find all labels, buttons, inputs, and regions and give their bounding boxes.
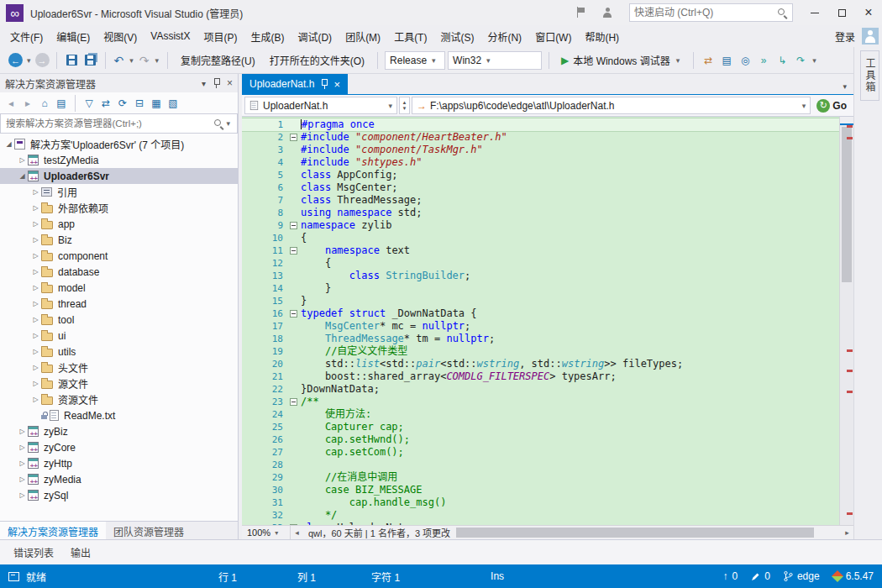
close-button[interactable]: × <box>855 0 882 25</box>
collapsed-arrow-icon[interactable]: ▷ <box>30 332 41 339</box>
tab-solution-explorer[interactable]: 解决方案资源管理器 <box>0 522 106 539</box>
solution-explorer-sync-icon[interactable]: ⇄ <box>701 53 716 68</box>
show-all-files-icon[interactable]: ▦ <box>149 96 164 111</box>
tree-item[interactable]: ▷zyHttp <box>0 455 238 471</box>
collapsed-arrow-icon[interactable]: ▷ <box>30 252 41 260</box>
pending-changes-filter-icon[interactable]: ▽ <box>81 96 97 111</box>
menu-item-12[interactable]: 帮助(H) <box>578 26 626 47</box>
code-line[interactable]: 7class ThreadMessage; <box>242 194 839 207</box>
collapse-all-icon[interactable]: ⊟ <box>132 96 147 111</box>
search-icon[interactable] <box>777 8 788 18</box>
menu-item-4[interactable]: 项目(P) <box>197 26 244 47</box>
code-line[interactable]: 22}DownNatData; <box>242 383 839 396</box>
tree-item[interactable]: ▷database <box>0 264 238 280</box>
navigate-back-icon[interactable]: ← <box>8 53 23 67</box>
code-line[interactable]: 19 //自定义文件类型 <box>242 345 839 358</box>
copy-full-path-button[interactable]: 复制完整路径(U) <box>175 50 261 71</box>
panel-header[interactable]: 解决方案资源管理器 ▾ × <box>0 74 238 92</box>
menu-item-3[interactable]: VAssistX <box>144 27 197 45</box>
collapsed-arrow-icon[interactable]: ▷ <box>30 268 41 276</box>
navigate-back-dropdown-icon[interactable]: ▾ <box>25 56 33 65</box>
tree-item[interactable]: ◢解决方案'Uploader6Svr' (7 个项目) <box>0 136 238 152</box>
tree-item[interactable]: ▷tool <box>0 312 238 328</box>
expanded-arrow-icon[interactable]: ◢ <box>17 172 28 180</box>
vassistx-status[interactable]: 6.5.47 <box>833 570 874 582</box>
user-avatar[interactable] <box>862 28 879 45</box>
back-icon[interactable]: ◂ <box>3 96 18 111</box>
toolbar-options-icon[interactable]: ▾ <box>811 56 818 65</box>
collapsed-arrow-icon[interactable]: ▷ <box>17 156 28 164</box>
expanded-arrow-icon[interactable]: ◢ <box>3 140 14 148</box>
collapsed-arrow-icon[interactable]: ▷ <box>30 236 41 244</box>
code-line[interactable]: 17 MsgCenter* mc = nullptr; <box>242 320 839 333</box>
save-icon[interactable] <box>66 55 77 66</box>
home-icon[interactable]: ⌂ <box>37 96 52 111</box>
find-in-files-icon[interactable]: ◎ <box>738 53 753 68</box>
sync-with-active-document-icon[interactable]: ⇄ <box>98 96 113 111</box>
menu-item-5[interactable]: 生成(B) <box>244 26 291 47</box>
code-line[interactable]: 15} <box>242 295 839 307</box>
undo-icon[interactable]: ↶ <box>113 55 126 66</box>
menu-item-2[interactable]: 视图(V) <box>97 26 144 47</box>
code-editor[interactable]: 1#pragma once2#include "component/HeartB… <box>242 117 853 525</box>
refresh-icon[interactable]: ⟳ <box>115 96 130 111</box>
feedback-person-icon[interactable] <box>601 8 613 18</box>
code-line[interactable]: 18 ThreadMessage* tm = nullptr; <box>242 333 839 345</box>
collapsed-arrow-icon[interactable]: ▷ <box>30 396 41 403</box>
tree-item[interactable]: ▷引用 <box>0 184 238 200</box>
collapsed-arrow-icon[interactable]: ▷ <box>17 475 28 483</box>
code-line[interactable]: 25 Capturer cap; <box>242 421 839 433</box>
code-line[interactable]: 13 class StringBuilder; <box>242 270 839 282</box>
solution-search-box[interactable]: ▾ <box>0 113 238 134</box>
code-line[interactable]: 4#include "shtypes.h" <box>242 156 839 169</box>
git-branch-status[interactable]: edge <box>784 570 820 582</box>
code-line[interactable]: 14 } <box>242 282 839 295</box>
code-line[interactable]: 28 <box>242 459 839 471</box>
properties-icon[interactable]: ▧ <box>165 96 181 111</box>
scrollbar-thumb[interactable] <box>842 127 852 282</box>
code-line[interactable]: 29 //在消息中调用 <box>242 471 839 484</box>
undo-dropdown-icon[interactable]: ▾ <box>128 56 135 65</box>
redo-dropdown-icon[interactable]: ▾ <box>154 56 161 65</box>
code-line[interactable]: 30 case BIZ_MESSAGE <box>242 484 839 496</box>
code-line[interactable]: 33class UploaderNat <box>242 522 839 525</box>
collapsed-arrow-icon[interactable]: ▷ <box>17 459 28 467</box>
fold-collapse-icon[interactable] <box>290 247 297 255</box>
code-line[interactable]: 11 namespace text <box>242 244 839 257</box>
collapsed-arrow-icon[interactable]: ▷ <box>30 204 41 212</box>
platform-dropdown[interactable]: Win32▾ <box>448 51 542 70</box>
tree-item[interactable]: ▷testZyMedia <box>0 152 238 168</box>
forward-icon[interactable]: ▸ <box>20 96 35 111</box>
tree-item[interactable]: ▷component <box>0 248 238 264</box>
fold-collapse-icon[interactable] <box>290 310 297 318</box>
collapsed-arrow-icon[interactable]: ▷ <box>17 491 28 499</box>
tree-item[interactable]: ▷thread <box>0 296 238 312</box>
tree-item[interactable]: ▷外部依赖项 <box>0 200 238 216</box>
menu-item-8[interactable]: 工具(T) <box>387 26 433 47</box>
tree-item[interactable]: ◢Uploader6Svr <box>0 168 238 184</box>
code-line[interactable]: 20 std::list<std::pair<std::wstring, std… <box>242 358 839 370</box>
menu-item-0[interactable]: 文件(F) <box>3 26 50 47</box>
step-into-icon[interactable]: ↳ <box>774 53 790 68</box>
tree-item[interactable]: ▷zyMedia <box>0 471 238 487</box>
chevron-down-icon[interactable]: ▾ <box>224 119 232 128</box>
fold-collapse-icon[interactable] <box>290 524 297 525</box>
member-spinner[interactable]: ▲▼ <box>399 97 410 114</box>
scrollbar-thumb[interactable] <box>456 528 814 538</box>
scroll-right-icon[interactable]: ▸ <box>841 528 853 537</box>
scroll-left-icon[interactable]: ◂ <box>291 528 303 537</box>
collapsed-arrow-icon[interactable]: ▷ <box>30 188 41 196</box>
collapsed-arrow-icon[interactable]: ▷ <box>30 380 41 387</box>
codelens-info[interactable]: qwl，60 天前 | 1 名作者，3 项更改 <box>303 526 455 539</box>
fold-collapse-icon[interactable] <box>290 134 297 141</box>
code-line[interactable]: 5class AppConfig; <box>242 169 839 181</box>
window-position-icon[interactable]: ▾ <box>202 79 206 88</box>
code-line[interactable]: 21 boost::shared_array<COMDLG_FILTERSPEC… <box>242 370 839 383</box>
edits-status[interactable]: 0 <box>751 570 770 582</box>
collapsed-arrow-icon[interactable]: ▷ <box>30 364 41 371</box>
collapsed-arrow-icon[interactable]: ▷ <box>30 300 41 307</box>
close-tab-icon[interactable]: × <box>333 79 340 90</box>
menu-item-10[interactable]: 分析(N) <box>480 26 528 47</box>
code-line[interactable]: 27 cap.setCom(); <box>242 446 839 459</box>
collapsed-arrow-icon[interactable]: ▷ <box>17 428 28 435</box>
